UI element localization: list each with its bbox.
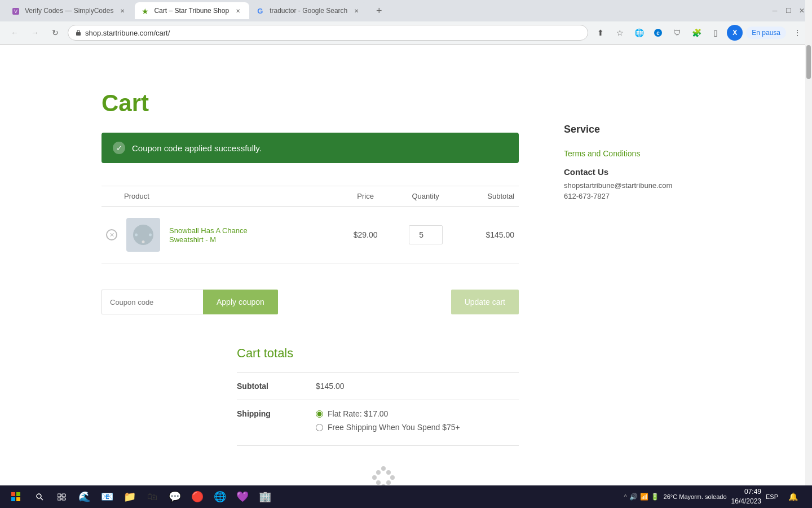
system-tray: ^ 🔊 📶 🔋 26°C Mayorm. soleado 07:49 16/4/… bbox=[619, 487, 807, 506]
sys-tray-icons: ^ 🔊 📶 🔋 bbox=[624, 493, 659, 501]
col-header-subtotal: Subtotal bbox=[460, 186, 519, 207]
taskbar-edge[interactable]: 🌊 bbox=[74, 488, 95, 506]
taskbar-app2[interactable]: 💜 bbox=[232, 488, 253, 506]
tab-close-google[interactable]: ✕ bbox=[352, 6, 361, 15]
coupon-input[interactable] bbox=[102, 290, 203, 314]
taskbar-whatsapp[interactable]: 💬 bbox=[165, 488, 185, 506]
notification-icon[interactable]: 🔔 bbox=[783, 488, 803, 506]
quantity-input[interactable] bbox=[409, 225, 443, 244]
page-title: Cart bbox=[102, 90, 519, 117]
col-header-product: Product bbox=[102, 186, 339, 207]
taskbar-explorer[interactable]: 📁 bbox=[120, 488, 140, 506]
shipping-row: Shipping Flat Rate: $17.00 Free Shipping… bbox=[237, 400, 519, 446]
language-button[interactable]: En pausa bbox=[746, 27, 786, 39]
remove-item-button[interactable]: ✕ bbox=[106, 229, 117, 240]
coupon-form: Apply coupon bbox=[102, 290, 278, 314]
svg-rect-6 bbox=[16, 497, 20, 501]
scrollbar[interactable] bbox=[805, 0, 812, 508]
contact-us-title: Contact Us bbox=[564, 167, 688, 177]
restore-button[interactable]: ☐ bbox=[784, 6, 793, 15]
apply-coupon-button[interactable]: Apply coupon bbox=[203, 290, 278, 314]
update-cart-button[interactable]: Update cart bbox=[451, 290, 519, 314]
svg-rect-9 bbox=[58, 494, 61, 497]
new-tab-button[interactable]: + bbox=[371, 3, 387, 19]
tab-google[interactable]: G traductor - Google Search ✕ bbox=[250, 2, 368, 19]
shipping-option-free: Free Shipping When You Spend $75+ bbox=[316, 423, 519, 432]
share-icon[interactable]: ⬆ bbox=[593, 25, 608, 41]
menu-icon[interactable]: ⋮ bbox=[789, 25, 805, 41]
search-icon bbox=[36, 493, 43, 501]
windows-logo bbox=[11, 492, 20, 501]
loading-spinner bbox=[135, 226, 152, 243]
svg-rect-11 bbox=[58, 498, 61, 500]
shield-icon[interactable]: 🛡 bbox=[669, 25, 685, 41]
lock-icon bbox=[75, 29, 82, 36]
taskbar-app1[interactable]: 🔴 bbox=[187, 488, 208, 506]
address-bar: ← → ↻ shop.startribune.com/cart/ ⬆ ☆ 🌐 e… bbox=[0, 21, 812, 44]
extensions-icon[interactable]: 🧩 bbox=[689, 25, 704, 41]
svg-line-8 bbox=[41, 498, 43, 500]
taskbar-store[interactable]: 🛍 bbox=[142, 488, 162, 506]
svg-point-7 bbox=[37, 494, 41, 498]
shipping-label: Shipping bbox=[237, 400, 304, 446]
tab-bar: V Verify Codes — SimplyCodes ✕ ★ Cart – … bbox=[0, 0, 812, 21]
taskbar-search[interactable] bbox=[29, 488, 50, 506]
terms-link[interactable]: Terms and Conditions bbox=[564, 149, 688, 158]
taskbar-chrome[interactable]: 🌐 bbox=[210, 488, 230, 506]
expand-tray[interactable]: ^ bbox=[624, 493, 626, 500]
refresh-button[interactable]: ↻ bbox=[47, 25, 63, 41]
product-subtotal: $145.00 bbox=[460, 207, 519, 264]
svg-text:e: e bbox=[657, 30, 660, 36]
subtotal-label: Subtotal bbox=[237, 373, 304, 400]
window-controls: ─ ☐ ✕ bbox=[770, 6, 806, 15]
shipping-options: Flat Rate: $17.00 Free Shipping When You… bbox=[304, 400, 519, 446]
translate-icon[interactable]: 🌐 bbox=[631, 25, 647, 41]
svg-rect-0 bbox=[76, 32, 81, 36]
cart-table: Product Price Quantity Subtotal ✕ bbox=[102, 186, 519, 264]
battery-icon: 🔋 bbox=[651, 493, 659, 501]
free-shipping-radio[interactable] bbox=[316, 424, 323, 431]
tab-close-verify[interactable]: ✕ bbox=[118, 6, 127, 15]
tab-verify-codes[interactable]: V Verify Codes — SimplyCodes ✕ bbox=[6, 2, 134, 19]
forward-button[interactable]: → bbox=[27, 25, 43, 41]
sidebar-service-title: Service bbox=[564, 124, 688, 135]
success-message: Coupon code applied successfully. bbox=[132, 143, 262, 153]
back-button[interactable]: ← bbox=[7, 25, 23, 41]
start-button[interactable] bbox=[5, 488, 27, 506]
taskbar-mail[interactable]: 📧 bbox=[97, 488, 117, 506]
product-quantity-cell bbox=[392, 207, 460, 264]
taskbar: 🌊 📧 📁 🛍 💬 🔴 🌐 💜 🏢 ^ 🔊 📶 🔋 26°C Mayorm. s… bbox=[0, 485, 812, 508]
subtotal-row: Subtotal $145.00 bbox=[237, 373, 519, 400]
cart-totals-title: Cart totals bbox=[237, 346, 519, 361]
volume-icon: 📶 bbox=[640, 493, 648, 501]
bookmark-icon[interactable]: ☆ bbox=[612, 25, 628, 41]
scroll-thumb[interactable] bbox=[806, 45, 811, 79]
edge-icon[interactable]: e bbox=[650, 25, 666, 41]
task-view-icon[interactable] bbox=[52, 488, 72, 506]
edge-logo: e bbox=[654, 28, 663, 37]
taskbar-weather: 26°C Mayorm. soleado bbox=[664, 493, 727, 500]
product-info: Snowball Has A Chance Sweatshirt - M bbox=[169, 226, 248, 244]
minimize-button[interactable]: ─ bbox=[770, 6, 779, 15]
flat-rate-radio[interactable] bbox=[316, 410, 323, 418]
sidebar-toggle-icon[interactable]: ▯ bbox=[708, 25, 723, 41]
tab-cart[interactable]: ★ Cart – Star Tribune Shop ✕ bbox=[135, 2, 249, 19]
svg-rect-12 bbox=[62, 498, 65, 500]
shipping-option-flat: Flat Rate: $17.00 bbox=[316, 409, 519, 418]
main-content: Cart ✓ Coupon code applied successfully.… bbox=[0, 45, 553, 508]
product-cell: ✕ bbox=[106, 218, 335, 252]
product-thumbnail bbox=[126, 218, 160, 252]
url-bar[interactable]: shop.startribune.com/cart/ bbox=[68, 25, 588, 41]
svg-rect-5 bbox=[11, 497, 15, 501]
profile-button[interactable]: X bbox=[727, 25, 743, 41]
taskbar-app3[interactable]: 🏢 bbox=[255, 488, 275, 506]
tab-close-cart[interactable]: ✕ bbox=[233, 6, 242, 15]
contact-email: shopstartribune@startribune.com bbox=[564, 181, 688, 190]
col-header-price: Price bbox=[339, 186, 392, 207]
taskbar-time-block[interactable]: 07:49 16/4/2023 bbox=[731, 487, 761, 506]
tab-title-cart: Cart – Star Tribune Shop bbox=[154, 7, 229, 15]
product-link[interactable]: Snowball Has A Chance Sweatshirt - M bbox=[169, 226, 248, 244]
taskbar-date: 16/4/2023 bbox=[731, 497, 761, 506]
task-view bbox=[58, 493, 67, 501]
sidebar: Service Terms and Conditions Contact Us … bbox=[553, 45, 710, 508]
